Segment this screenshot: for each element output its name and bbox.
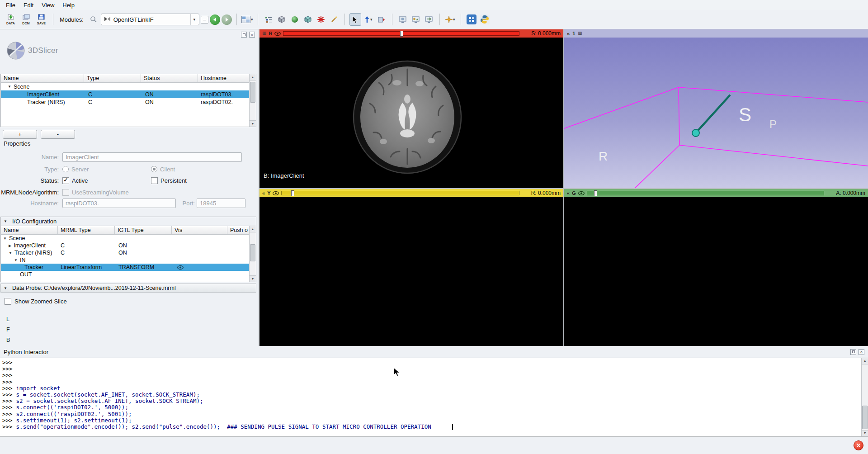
subject-hierarchy-icon[interactable] bbox=[263, 13, 274, 26]
module-forward-button[interactable] bbox=[222, 14, 232, 25]
threed-view-controller: « 1 ▦ bbox=[564, 29, 868, 38]
collapse-chevron-icon[interactable]: « bbox=[567, 191, 570, 196]
close-panel-icon[interactable]: × bbox=[249, 32, 255, 38]
io-row-tracker[interactable]: Tracker LinearTransform TRANSFORM bbox=[1, 264, 250, 271]
scroll-up-icon[interactable]: ▲ bbox=[862, 358, 868, 364]
scroll-down-icon[interactable]: ▼ bbox=[250, 275, 256, 282]
show-zoomed-slice-checkbox[interactable] bbox=[5, 298, 11, 305]
layout-selector-icon[interactable]: ▾ bbox=[241, 13, 253, 26]
scroll-up-icon[interactable]: ▲ bbox=[250, 74, 256, 80]
streaming-volume-checkbox[interactable] bbox=[62, 189, 69, 196]
connector-name-field[interactable]: ImagerClient bbox=[62, 152, 242, 162]
crosshair-icon[interactable]: ▾ bbox=[444, 13, 456, 26]
active-checkbox[interactable] bbox=[62, 177, 69, 184]
menu-view[interactable]: View bbox=[38, 1, 58, 9]
volumes-cube-icon[interactable] bbox=[276, 13, 288, 26]
io-row[interactable]: ▶ImagerClient C ON bbox=[1, 242, 250, 249]
undock-console-icon[interactable] bbox=[850, 349, 856, 355]
adjust-view-mode-icon[interactable] bbox=[376, 13, 387, 26]
connector-scene-row[interactable]: ▼ Scene bbox=[1, 83, 250, 90]
orientation-marker-p: P bbox=[769, 118, 777, 130]
scroll-up-icon[interactable]: ▲ bbox=[250, 226, 256, 232]
io-table-header: Name MRML Type IGTL Type Vis Push o bbox=[1, 226, 256, 235]
menu-edit[interactable]: Edit bbox=[19, 1, 38, 9]
slider-handle[interactable] bbox=[594, 190, 597, 196]
io-configuration-header[interactable]: ▼ I/O Configuration bbox=[1, 217, 256, 226]
threed-canvas[interactable]: S P R bbox=[564, 38, 868, 188]
connector-row[interactable]: ImagerClient C ON raspiDOT03. bbox=[1, 90, 250, 98]
persistent-checkbox[interactable] bbox=[151, 177, 158, 184]
menu-file[interactable]: File bbox=[2, 1, 19, 9]
red-view-label: R bbox=[269, 31, 272, 36]
collapse-chevron-icon[interactable]: « bbox=[262, 191, 265, 196]
io-row[interactable]: ▼Tracker (NIRS) C ON bbox=[1, 249, 250, 256]
io-row-out[interactable]: OUT bbox=[1, 271, 250, 278]
module-selector[interactable]: OpenIGTLinkIF ▾ bbox=[101, 14, 199, 25]
visibility-eye-icon[interactable] bbox=[578, 190, 585, 197]
expand-triangle-icon[interactable]: ▶ bbox=[9, 244, 11, 248]
collapse-chevron-icon[interactable]: « bbox=[567, 31, 570, 36]
red-slice-canvas[interactable]: B: ImagerClient bbox=[259, 38, 563, 188]
console-scrollbar[interactable]: ▲ ▼ bbox=[861, 358, 868, 436]
yellow-slice-canvas[interactable] bbox=[259, 197, 563, 346]
connector-table-scrollbar[interactable]: ▲ ▼ bbox=[249, 74, 256, 127]
place-point-mode-icon[interactable]: ▾ bbox=[363, 13, 374, 26]
save-button[interactable]: SAVE bbox=[34, 12, 48, 27]
green-slice-offset-slider[interactable] bbox=[587, 191, 824, 195]
python-console[interactable]: >>> >>> >>> >>> >>>import socket >>>s = … bbox=[0, 358, 868, 437]
pin-icon[interactable]: ▦ bbox=[578, 31, 582, 36]
add-connector-button[interactable]: + bbox=[3, 130, 37, 139]
data-probe-header[interactable]: ▼ Data Probe: C:/dev/explora/20Noviemb..… bbox=[0, 284, 256, 293]
scene-view-capture-icon[interactable] bbox=[410, 13, 422, 26]
module-history-button[interactable]: – bbox=[201, 16, 208, 24]
load-data-button[interactable]: DATA bbox=[4, 12, 18, 27]
error-log-close-button[interactable]: × bbox=[854, 440, 863, 450]
fiducial-star-icon[interactable] bbox=[315, 13, 327, 26]
slicer-window: File Edit View Help DATA DCM SAVE Module… bbox=[0, 0, 868, 454]
visibility-eye-icon[interactable] bbox=[273, 190, 279, 197]
remove-connector-button[interactable]: - bbox=[41, 130, 75, 139]
visibility-eye-icon[interactable] bbox=[274, 30, 281, 37]
port-field[interactable]: 18945 bbox=[197, 199, 245, 208]
scroll-down-icon[interactable]: ▼ bbox=[862, 430, 868, 436]
toolbar-separator bbox=[439, 14, 440, 25]
probe-layer-b: B bbox=[6, 335, 10, 345]
scroll-down-icon[interactable]: ▼ bbox=[250, 120, 256, 127]
expand-triangle-icon[interactable]: ▼ bbox=[14, 258, 18, 262]
menu-help[interactable]: Help bbox=[58, 1, 79, 9]
client-radio[interactable] bbox=[151, 166, 157, 172]
slider-handle[interactable] bbox=[291, 190, 294, 196]
mouse-pointer-mode-icon[interactable] bbox=[349, 13, 361, 26]
undock-panel-icon[interactable] bbox=[241, 32, 247, 38]
magic-wand-icon[interactable] bbox=[328, 13, 340, 26]
visibility-eye-icon[interactable] bbox=[177, 265, 184, 270]
red-slice-offset-value: S: 0.000mm bbox=[522, 30, 561, 37]
module-search-icon[interactable] bbox=[88, 13, 99, 26]
toolbar-separator bbox=[53, 14, 53, 25]
module-back-button[interactable] bbox=[210, 14, 220, 25]
python-console-icon[interactable] bbox=[479, 13, 491, 26]
expand-triangle-icon[interactable]: ▼ bbox=[9, 251, 12, 255]
yellow-slice-offset-slider[interactable] bbox=[281, 191, 519, 195]
server-radio[interactable] bbox=[62, 166, 69, 172]
hostname-field[interactable]: raspiDOT03. bbox=[62, 199, 176, 208]
io-table-scrollbar[interactable]: ▲ ▼ bbox=[249, 226, 256, 282]
models-sphere-icon[interactable] bbox=[289, 13, 301, 26]
pin-icon[interactable]: ▦ bbox=[262, 31, 266, 36]
connector-row[interactable]: Tracker (NIRS) C ON raspiDOT02. bbox=[1, 98, 250, 106]
transforms-cube-icon[interactable] bbox=[302, 13, 314, 26]
io-row-in[interactable]: ▼IN bbox=[1, 256, 250, 264]
green-slice-canvas[interactable] bbox=[564, 197, 868, 346]
close-console-icon[interactable]: × bbox=[859, 349, 864, 355]
toolbar-separator bbox=[258, 14, 258, 25]
expand-triangle-icon[interactable]: ▼ bbox=[3, 236, 7, 241]
slider-handle[interactable] bbox=[400, 31, 403, 37]
extensions-manager-icon[interactable] bbox=[466, 13, 477, 26]
scene-view-restore-icon[interactable] bbox=[423, 13, 435, 26]
dicom-button[interactable]: DCM bbox=[19, 12, 33, 27]
expand-triangle-icon[interactable]: ▼ bbox=[8, 85, 11, 89]
screenshot-icon[interactable] bbox=[397, 13, 409, 26]
io-scene-row[interactable]: ▼Scene bbox=[1, 235, 250, 242]
red-slice-offset-slider[interactable] bbox=[283, 31, 519, 36]
show-zoomed-slice-label: Show Zoomed Slice bbox=[14, 298, 67, 305]
